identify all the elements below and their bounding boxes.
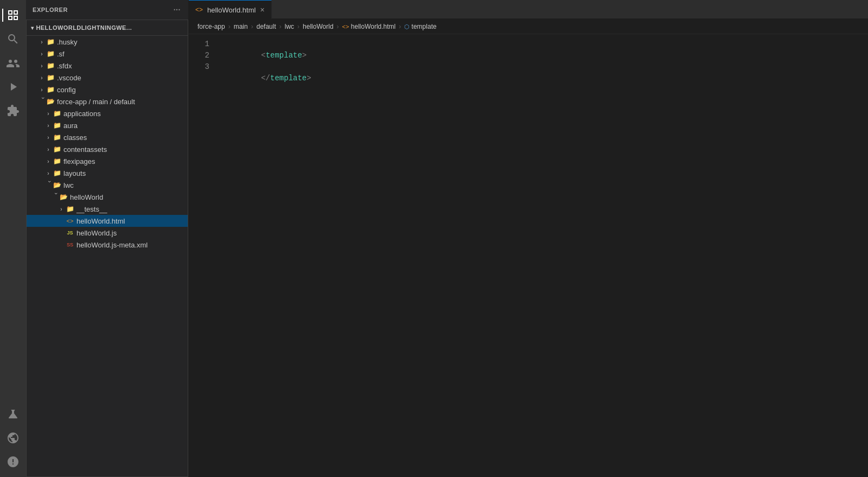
sidebar-more-icon[interactable]: ··· [173, 4, 182, 15]
folder-arrow-flexipages: › [44, 157, 53, 166]
folder-icon-config: 📁 [46, 85, 55, 94]
tree-item-vscode[interactable]: › 📁 .vscode [27, 72, 188, 84]
code-line-2 [225, 50, 868, 61]
tree-item-aura[interactable]: › 📁 aura [27, 119, 188, 131]
file-spacer-html: › [57, 217, 66, 225]
tree-label-applications: applications [63, 110, 188, 118]
tree-label-force-app: force-app / main / default [57, 98, 188, 106]
folder-icon-contentassets: 📁 [53, 145, 61, 154]
tree-label-contentassets: contentassets [63, 145, 188, 154]
test-activity-icon[interactable] [2, 403, 24, 425]
new-folder-icon[interactable]: 📁 [150, 22, 161, 33]
breadcrumb-default[interactable]: default [257, 23, 276, 30]
tree-item-contentassets[interactable]: › 📁 contentassets [27, 143, 188, 155]
folder-arrow-config: › [37, 85, 46, 94]
tag-template-open: template [266, 51, 302, 60]
tree-item-helloWorldJs[interactable]: › JS helloWorld.js [27, 227, 188, 239]
file-spacer-xml: › [57, 240, 66, 249]
tree-label-sf: .sf [57, 50, 188, 58]
breadcrumb: force-app › main › default › lwc › hello… [189, 19, 868, 34]
breadcrumb-force-app[interactable]: force-app [197, 23, 225, 30]
search-activity-icon[interactable] [2, 28, 24, 50]
collapse-arrow: ▾ [31, 25, 34, 31]
folder-arrow-lwc: › [44, 181, 53, 189]
extensions-activity-icon[interactable] [2, 100, 24, 122]
folder-icon-aura: 📁 [53, 121, 61, 130]
line-number-1: 1 [189, 39, 209, 50]
tree-item-helloWorldHtml[interactable]: › <> helloWorld.html [27, 215, 188, 227]
folder-arrow-layouts: › [44, 169, 53, 177]
collapse-all-icon[interactable]: ⊟ [175, 22, 183, 33]
tree-label-classes: classes [63, 133, 188, 142]
folder-icon-force-app: 📂 [46, 97, 55, 106]
open-bracket-1: < [261, 51, 265, 60]
refresh-icon[interactable]: ↻ [163, 22, 172, 33]
tag-template-close: template [270, 74, 307, 82]
folder-arrow-helloWorld: › [50, 193, 59, 201]
tree-item-applications[interactable]: › 📁 applications [27, 107, 188, 119]
explorer-section: ▾ HELLOWORLDLIGHTNINGWE... 📄 📁 ↻ ⊟ › 📁 .… [26, 20, 188, 477]
code-content[interactable]: <template> </template> [216, 34, 868, 477]
breadcrumb-helloWorldHtml[interactable]: <> helloWorld.html [342, 23, 396, 30]
tree-item-force-app[interactable]: › 📂 force-app / main / default [27, 96, 188, 107]
folder-icon-applications: 📁 [53, 109, 61, 118]
tree-item-helloWorld[interactable]: › 📂 helloWorld [27, 191, 188, 203]
breadcrumb-sep-5: › [399, 23, 401, 30]
tree-label-sfdx: .sfdx [57, 62, 188, 70]
tree-item-helloWorldMetaXml[interactable]: › SS helloWorld.js-meta.xml [27, 239, 188, 251]
folder-arrow-force-app: › [37, 97, 46, 106]
close-bracket-3: > [307, 74, 311, 82]
line-numbers: 1 2 3 [189, 34, 216, 477]
breadcrumb-template[interactable]: ⬡ template [404, 23, 436, 30]
tree-item-classes[interactable]: › 📁 classes [27, 131, 188, 143]
error-activity-icon[interactable] [2, 451, 24, 473]
explorer-activity-icon[interactable] [2, 4, 24, 26]
tree-item-flexipages[interactable]: › 📁 flexipages [27, 155, 188, 167]
salesforce-activity-icon[interactable] [2, 427, 24, 449]
folder-arrow-sfdx: › [37, 61, 46, 70]
file-icon-helloWorldHtml: <> [66, 217, 74, 225]
tab-close-button[interactable]: × [260, 5, 264, 14]
breadcrumb-sep-1: › [251, 23, 253, 30]
folder-icon-flexipages: 📁 [53, 157, 61, 166]
breadcrumb-sep-0: › [228, 23, 231, 30]
new-file-icon[interactable]: 📄 [136, 22, 147, 33]
tree-item-sfdx[interactable]: › 📁 .sfdx [27, 60, 188, 72]
breadcrumb-filename: helloWorld.html [351, 23, 395, 30]
run-activity-icon[interactable] [2, 76, 24, 98]
folder-arrow-husky: › [37, 37, 46, 46]
tree-item-config[interactable]: › 📁 config [27, 84, 188, 96]
sidebar-header: Explorer ··· [26, 0, 188, 20]
folder-arrow-vscode: › [37, 73, 46, 82]
line-number-3: 3 [189, 61, 209, 73]
tab-helloWorldHtml[interactable]: <> helloWorld.html × [189, 0, 272, 19]
source-control-activity-icon[interactable] [2, 52, 24, 74]
sidebar-title: Explorer [33, 7, 68, 13]
tab-bar: <> helloWorld.html × [189, 0, 868, 19]
folder-icon-sf: 📁 [46, 49, 55, 58]
tree-label-config: config [57, 86, 188, 94]
tree-item-tests[interactable]: › 📁 __tests__ [27, 203, 188, 215]
breadcrumb-helloWorld[interactable]: helloWorld [303, 23, 333, 30]
activity-bar-bottom [2, 403, 24, 477]
tree-item-husky[interactable]: › 📁 .husky [27, 36, 188, 48]
tree-label-tests: __tests__ [76, 205, 188, 213]
folder-icon-classes: 📁 [53, 133, 61, 142]
folder-icon-sfdx: 📁 [46, 61, 55, 70]
explorer-title-bar[interactable]: ▾ HELLOWORLDLIGHTNINGWE... 📄 📁 ↻ ⊟ [27, 20, 188, 36]
breadcrumb-lwc[interactable]: lwc [285, 23, 294, 30]
tree-item-layouts[interactable]: › 📁 layouts [27, 167, 188, 179]
breadcrumb-main[interactable]: main [234, 23, 248, 30]
sidebar-header-icons: ··· [173, 4, 182, 15]
breadcrumb-html-icon: <> [342, 23, 349, 30]
close-bracket-1: > [302, 51, 307, 60]
tab-label: helloWorld.html [207, 6, 256, 14]
code-editor[interactable]: 1 2 3 <template> </template> [189, 34, 868, 477]
explorer-project-name: HELLOWORLDLIGHTNINGWE... [36, 24, 132, 31]
folder-arrow-applications: › [44, 109, 53, 118]
explorer-title-left: ▾ HELLOWORLDLIGHTNINGWE... [31, 24, 132, 31]
tab-file-icon: <> [195, 6, 203, 14]
folder-icon-layouts: 📁 [53, 169, 61, 177]
tree-item-sf[interactable]: › 📁 .sf [27, 48, 188, 60]
tree-item-lwc[interactable]: › 📂 lwc [27, 179, 188, 191]
